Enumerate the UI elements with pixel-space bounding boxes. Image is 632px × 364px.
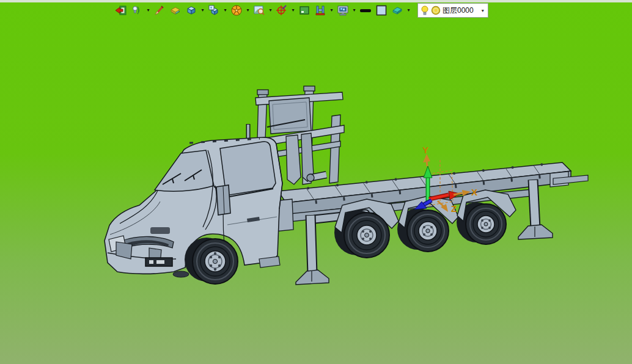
exhaust bbox=[173, 271, 189, 277]
rear-landing-leg[interactable] bbox=[518, 180, 553, 239]
image-preview-button[interactable] bbox=[252, 3, 266, 18]
display-settings-dropdown[interactable]: ▾ bbox=[351, 3, 357, 18]
color-swatch-button[interactable] bbox=[374, 3, 389, 18]
solid-cube-button[interactable] bbox=[184, 3, 199, 18]
layer-combo-value: 图层0000 bbox=[443, 5, 474, 16]
eraser-dropdown[interactable]: ▾ bbox=[406, 3, 411, 18]
pen-icon bbox=[153, 4, 166, 16]
trailer-wheel-group-1[interactable] bbox=[334, 199, 399, 258]
viewport-button[interactable] bbox=[297, 3, 312, 18]
viewport-3d[interactable]: Y X Z bbox=[0, 0, 632, 364]
x-axis-label: X bbox=[471, 187, 477, 197]
spray-render-icon bbox=[131, 4, 143, 16]
front-wheel[interactable] bbox=[185, 238, 238, 284]
pinwheel-icon bbox=[230, 4, 243, 16]
picture-magnifier-icon bbox=[253, 4, 265, 16]
cube-icon bbox=[185, 4, 197, 16]
monitor-cubes-icon bbox=[337, 4, 349, 16]
color-wheel-button[interactable] bbox=[229, 3, 244, 18]
layer-combo-dropdown[interactable]: ▾ bbox=[482, 8, 485, 13]
rotate-view-button[interactable] bbox=[274, 3, 289, 18]
y-axis-label: Y bbox=[422, 145, 428, 155]
section-view-button[interactable] bbox=[313, 3, 328, 18]
brand-badge bbox=[150, 227, 170, 234]
layers-book-button[interactable] bbox=[168, 3, 183, 18]
render-mode-button[interactable] bbox=[130, 3, 144, 18]
color-swatch bbox=[375, 4, 388, 16]
section-view-dropdown[interactable]: ▾ bbox=[329, 3, 334, 18]
layer-combo[interactable]: 图层0000 ▾ bbox=[417, 3, 488, 18]
main-toolbar: ▾ ▾ bbox=[114, 2, 488, 18]
exit-door-icon bbox=[115, 4, 127, 16]
render-mode-dropdown[interactable]: ▾ bbox=[145, 3, 151, 18]
layer-dot-icon bbox=[431, 5, 441, 15]
layers-book-icon bbox=[169, 4, 182, 16]
image-preview-dropdown[interactable]: ▾ bbox=[268, 3, 273, 18]
front-landing-leg[interactable] bbox=[296, 215, 329, 285]
green-viewport-icon bbox=[298, 4, 310, 16]
z-axis-label: Z bbox=[451, 203, 457, 214]
rotate-view-dropdown[interactable]: ▾ bbox=[290, 3, 296, 18]
cube-window-icon bbox=[208, 4, 220, 16]
pen-button[interactable] bbox=[152, 3, 167, 18]
display-settings-button[interactable] bbox=[336, 3, 350, 18]
color-wheel-dropdown[interactable]: ▾ bbox=[245, 3, 251, 18]
solid-cube-dropdown[interactable]: ▾ bbox=[200, 3, 205, 18]
crosshair-compass-icon bbox=[276, 4, 288, 16]
cube-preview-button[interactable] bbox=[207, 3, 221, 18]
eraser-button[interactable] bbox=[390, 3, 405, 18]
clip-plane-icon bbox=[314, 4, 326, 16]
line-width-button[interactable] bbox=[358, 3, 373, 18]
app-window: Y X Z bbox=[0, 0, 632, 364]
windshield bbox=[155, 150, 214, 191]
exit-edit-button[interactable] bbox=[114, 3, 128, 18]
cube-preview-dropdown[interactable]: ▾ bbox=[222, 3, 228, 18]
eraser-icon bbox=[391, 4, 403, 16]
layer-bulb-icon bbox=[421, 5, 429, 16]
line-width-swatch bbox=[359, 4, 372, 16]
trailer-deck[interactable] bbox=[278, 162, 588, 215]
